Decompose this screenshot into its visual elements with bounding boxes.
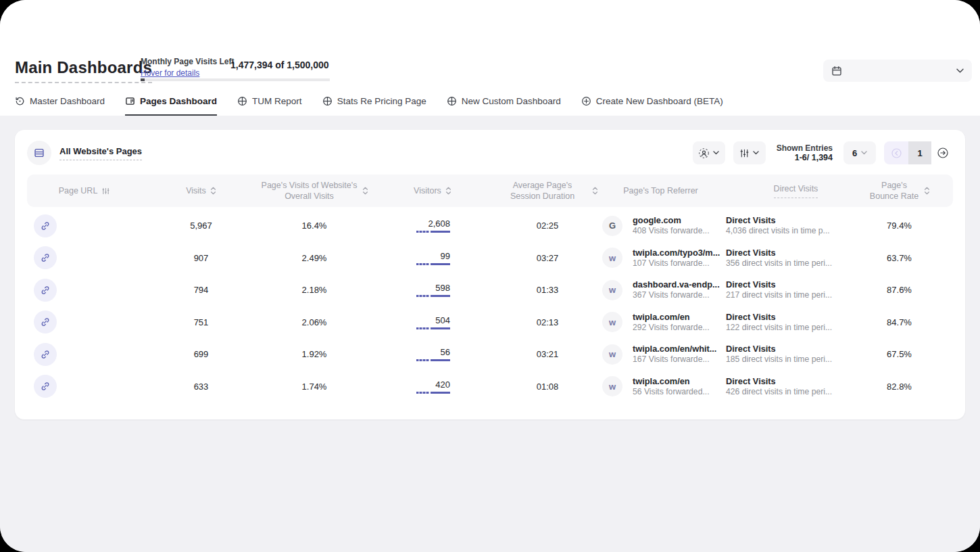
page-link-icon[interactable] (34, 310, 57, 334)
column-label: Page's Bounce Rate (868, 180, 920, 202)
referrer-domain: twipla.com/typo3/m... (633, 248, 720, 258)
table-row: 751 2.06% 504 02:13 wtwipla.com/en292 Vi… (27, 306, 953, 339)
referrer-domain: twipla.com/en (633, 376, 690, 386)
direct-visits-cell: Direct Visits122 direct visits in time p… (723, 312, 868, 333)
direct-visits-cell: Direct Visits356 direct visits in time p… (723, 248, 868, 269)
visits-value: 699 (142, 349, 260, 359)
tab-create-new-dashboard[interactable]: Create New Dashboard (BETA) (581, 95, 723, 116)
visits-share-value: 1.74% (260, 382, 368, 392)
direct-visits-title: Direct Visits (726, 215, 776, 225)
column-label: Direct Visits (774, 183, 818, 198)
table-row: 5,967 16.4% 2,608 02:25 Ggoogle.com408 V… (27, 210, 953, 242)
history-icon (15, 96, 25, 106)
direct-visits-detail: 4,036 direct visits in time p... (726, 226, 830, 235)
session-duration-value: 01:33 (497, 285, 598, 295)
direct-visits-title: Direct Visits (726, 248, 776, 258)
tab-stats-re-pricing-page[interactable]: Stats Re Pricing Page (322, 95, 426, 116)
filters-button[interactable] (733, 141, 766, 164)
column-label: Visits (186, 185, 206, 196)
tab-label: Pages Dashboard (140, 96, 217, 107)
sliders-icon (101, 187, 110, 196)
tab-pages-dashboard[interactable]: Pages Dashboard (125, 95, 217, 116)
referrer-domain: twipla.com/en (633, 312, 690, 322)
page-title: Main Dashboards (15, 58, 152, 83)
column-label: Visitors (414, 185, 441, 196)
visitors-value: 420 (435, 380, 450, 390)
page-link-icon[interactable] (34, 246, 57, 269)
visitors-cell: 504 (368, 315, 497, 329)
shown-entries-label: Shown Entries (777, 143, 833, 153)
table-row: 633 1.74% 420 01:08 wtwipla.com/en56 Vis… (27, 371, 953, 403)
page-link-icon[interactable] (34, 375, 57, 398)
column-header-visits[interactable]: Visits (142, 185, 260, 196)
visits-value: 5,967 (142, 221, 260, 231)
direct-visits-detail: 122 direct visits in time peri... (726, 323, 832, 332)
referrer-favicon: w (602, 280, 622, 300)
next-page-button[interactable] (931, 141, 954, 164)
column-header-direct-visits[interactable]: Direct Visits (723, 183, 868, 198)
column-header-visits-share[interactable]: Page's Visits of Website's Overall Visit… (260, 180, 368, 202)
column-label: Page's Visits of Website's Overall Visit… (260, 180, 358, 202)
previous-page-button[interactable] (884, 141, 908, 164)
tab-new-custom-dashboard[interactable]: New Custom Dashboard (447, 95, 561, 116)
column-label: Average Page's Session Duration (497, 180, 588, 202)
hover-for-details-link[interactable]: Hover for details (141, 68, 199, 78)
visitors-cell: 598 (368, 283, 497, 297)
bounce-rate-value: 84.7% (868, 317, 953, 327)
bounce-rate-value: 67.5% (868, 349, 953, 359)
referrer-favicon: w (602, 376, 622, 396)
tab-label: TUM Report (252, 96, 302, 107)
shown-entries: Shown Entries 1-6/ 1,394 (777, 143, 833, 162)
top-referrer-cell: wtwipla.com/en292 Visits forwarde... (598, 312, 723, 333)
top-bar: Main Dashboards Monthly Page Visits Left… (0, 0, 980, 116)
session-duration-value: 02:25 (497, 221, 598, 231)
visitors-value: 598 (435, 283, 450, 293)
top-referrer-cell: Ggoogle.com408 Visits forwarde... (598, 215, 723, 236)
column-header-top-referrer: Page's Top Referrer (598, 185, 723, 196)
session-duration-value: 03:27 (497, 253, 598, 263)
visits-share-value: 2.49% (260, 253, 368, 263)
quota-progress-bar (141, 78, 330, 81)
quota-progress-fill (141, 78, 145, 81)
referrer-favicon: w (602, 248, 622, 268)
visitors-bar (416, 263, 450, 265)
visits-value: 633 (142, 382, 260, 392)
chevron-down-icon (861, 151, 867, 155)
direct-visits-detail: 217 direct visits in time peri... (726, 290, 832, 300)
direct-visits-title: Direct Visits (726, 344, 776, 354)
tab-tum-report[interactable]: TUM Report (237, 95, 302, 116)
page-link-icon[interactable] (34, 343, 57, 366)
bounce-rate-value: 87.6% (868, 285, 953, 295)
visits-share-value: 1.92% (260, 349, 368, 359)
visitors-bar (416, 392, 450, 394)
page-link-icon[interactable] (34, 214, 57, 237)
quota-widget: Monthly Page Visits Left Hover for detai… (141, 58, 331, 78)
pages-table-card: All Website's Pages (15, 130, 965, 419)
column-header-visitors[interactable]: Visitors (368, 185, 497, 196)
visits-value: 907 (142, 253, 260, 263)
circle-plus-icon (322, 96, 333, 106)
column-header-page-url[interactable]: Page URL (27, 185, 142, 196)
tab-label: Master Dashboard (30, 96, 105, 107)
tab-master-dashboard[interactable]: Master Dashboard (15, 95, 105, 116)
segments-button[interactable] (693, 141, 725, 164)
referrer-detail: 167 Visits forwarde... (633, 354, 710, 364)
visits-value: 751 (142, 317, 260, 327)
tab-label: New Custom Dashboard (462, 96, 561, 107)
dashboard-icon (125, 96, 135, 106)
visitors-bar (416, 327, 450, 329)
visitors-cell: 99 (368, 251, 497, 265)
date-range-picker[interactable] (823, 60, 972, 82)
card-title: All Website's Pages (59, 146, 142, 160)
table-header-row: Page URL Visits Page's Visits of Website… (27, 175, 953, 207)
current-page-indicator: 1 (908, 141, 931, 164)
person-icon (698, 147, 710, 159)
page-link-icon[interactable] (34, 279, 57, 302)
column-header-bounce-rate[interactable]: Page's Bounce Rate (868, 180, 953, 202)
page-size-select[interactable]: 6 (843, 141, 876, 164)
column-header-session-duration[interactable]: Average Page's Session Duration (497, 180, 598, 202)
referrer-domain: google.com (633, 215, 681, 225)
visitors-bar (416, 359, 450, 361)
referrer-detail: 367 Visits forwarde... (633, 290, 710, 300)
sliders-icon (739, 148, 750, 158)
